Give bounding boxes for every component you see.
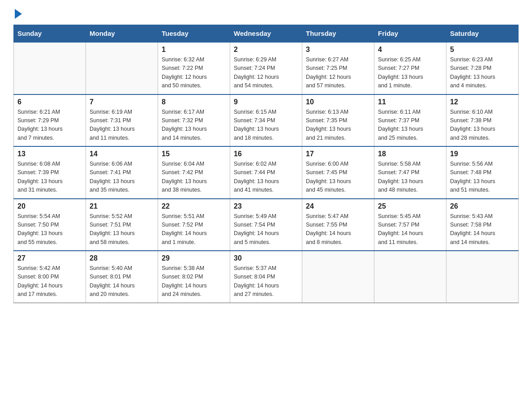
day-info: Sunrise: 6:32 AM Sunset: 7:22 PM Dayligh… <box>162 56 226 90</box>
day-info: Sunrise: 5:56 AM Sunset: 7:48 PM Dayligh… <box>450 160 515 195</box>
calendar-cell: 16Sunrise: 6:02 AM Sunset: 7:44 PM Dayli… <box>230 146 302 199</box>
calendar-cell <box>86 42 158 94</box>
day-info: Sunrise: 5:40 AM Sunset: 8:01 PM Dayligh… <box>90 264 154 299</box>
day-number: 7 <box>90 98 154 106</box>
day-of-week-header: Tuesday <box>158 25 230 43</box>
day-info: Sunrise: 6:02 AM Sunset: 7:44 PM Dayligh… <box>234 160 298 195</box>
calendar-cell: 9Sunrise: 6:15 AM Sunset: 7:34 PM Daylig… <box>230 94 302 147</box>
day-number: 29 <box>162 254 226 262</box>
day-info: Sunrise: 5:49 AM Sunset: 7:54 PM Dayligh… <box>234 212 298 247</box>
calendar-cell: 4Sunrise: 6:25 AM Sunset: 7:27 PM Daylig… <box>374 42 446 94</box>
day-of-week-header: Monday <box>86 25 158 43</box>
day-info: Sunrise: 6:11 AM Sunset: 7:37 PM Dayligh… <box>378 108 442 143</box>
day-number: 11 <box>378 98 442 106</box>
calendar-cell: 21Sunrise: 5:52 AM Sunset: 7:51 PM Dayli… <box>86 199 158 251</box>
calendar-week-row: 20Sunrise: 5:54 AM Sunset: 7:50 PM Dayli… <box>14 199 519 251</box>
calendar-cell: 17Sunrise: 6:00 AM Sunset: 7:45 PM Dayli… <box>302 146 374 199</box>
calendar-cell: 6Sunrise: 6:21 AM Sunset: 7:29 PM Daylig… <box>14 94 86 147</box>
day-info: Sunrise: 6:13 AM Sunset: 7:35 PM Dayligh… <box>306 108 370 143</box>
day-info: Sunrise: 5:58 AM Sunset: 7:47 PM Dayligh… <box>378 160 442 195</box>
calendar-cell: 2Sunrise: 6:29 AM Sunset: 7:24 PM Daylig… <box>230 42 302 94</box>
calendar-cell <box>302 251 374 303</box>
day-info: Sunrise: 6:27 AM Sunset: 7:25 PM Dayligh… <box>306 56 370 90</box>
day-of-week-header: Thursday <box>302 25 374 43</box>
day-info: Sunrise: 5:42 AM Sunset: 8:00 PM Dayligh… <box>17 264 82 299</box>
day-of-week-header: Wednesday <box>230 25 302 43</box>
day-number: 4 <box>378 46 442 54</box>
day-number: 13 <box>17 150 82 158</box>
day-info: Sunrise: 6:19 AM Sunset: 7:31 PM Dayligh… <box>90 108 154 143</box>
calendar-cell: 22Sunrise: 5:51 AM Sunset: 7:52 PM Dayli… <box>158 199 230 251</box>
day-number: 19 <box>450 150 515 158</box>
calendar-cell: 18Sunrise: 5:58 AM Sunset: 7:47 PM Dayli… <box>374 146 446 199</box>
day-number: 12 <box>450 98 515 106</box>
day-of-week-header: Sunday <box>14 25 86 43</box>
day-info: Sunrise: 6:04 AM Sunset: 7:42 PM Dayligh… <box>162 160 226 195</box>
calendar-cell: 13Sunrise: 6:08 AM Sunset: 7:39 PM Dayli… <box>14 146 86 199</box>
day-info: Sunrise: 6:10 AM Sunset: 7:38 PM Dayligh… <box>450 108 515 143</box>
calendar-cell: 30Sunrise: 5:37 AM Sunset: 8:04 PM Dayli… <box>230 251 302 303</box>
day-info: Sunrise: 6:25 AM Sunset: 7:27 PM Dayligh… <box>378 56 442 90</box>
day-number: 27 <box>17 254 82 262</box>
day-number: 6 <box>17 98 82 106</box>
day-info: Sunrise: 6:15 AM Sunset: 7:34 PM Dayligh… <box>234 108 298 143</box>
calendar-cell: 27Sunrise: 5:42 AM Sunset: 8:00 PM Dayli… <box>14 251 86 303</box>
day-of-week-header: Saturday <box>446 25 519 43</box>
day-info: Sunrise: 5:47 AM Sunset: 7:55 PM Dayligh… <box>306 212 370 247</box>
day-info: Sunrise: 6:21 AM Sunset: 7:29 PM Dayligh… <box>17 108 82 143</box>
calendar-cell <box>374 251 446 303</box>
page-header <box>13 9 519 17</box>
calendar-cell: 11Sunrise: 6:11 AM Sunset: 7:37 PM Dayli… <box>374 94 446 147</box>
calendar-cell: 28Sunrise: 5:40 AM Sunset: 8:01 PM Dayli… <box>86 251 158 303</box>
day-info: Sunrise: 6:29 AM Sunset: 7:24 PM Dayligh… <box>234 56 298 90</box>
calendar-cell: 15Sunrise: 6:04 AM Sunset: 7:42 PM Dayli… <box>158 146 230 199</box>
day-info: Sunrise: 5:54 AM Sunset: 7:50 PM Dayligh… <box>17 212 82 247</box>
day-number: 25 <box>378 202 442 210</box>
calendar-cell: 8Sunrise: 6:17 AM Sunset: 7:32 PM Daylig… <box>158 94 230 147</box>
day-info: Sunrise: 5:43 AM Sunset: 7:58 PM Dayligh… <box>450 212 515 247</box>
logo-triangle-icon <box>15 9 22 19</box>
calendar-cell: 29Sunrise: 5:38 AM Sunset: 8:02 PM Dayli… <box>158 251 230 303</box>
day-number: 18 <box>378 150 442 158</box>
calendar-cell <box>14 42 86 94</box>
day-info: Sunrise: 5:51 AM Sunset: 7:52 PM Dayligh… <box>162 212 226 247</box>
calendar-cell: 3Sunrise: 6:27 AM Sunset: 7:25 PM Daylig… <box>302 42 374 94</box>
day-info: Sunrise: 6:17 AM Sunset: 7:32 PM Dayligh… <box>162 108 226 143</box>
day-number: 24 <box>306 202 370 210</box>
calendar-cell: 19Sunrise: 5:56 AM Sunset: 7:48 PM Dayli… <box>446 146 519 199</box>
day-number: 3 <box>306 46 370 54</box>
day-info: Sunrise: 5:45 AM Sunset: 7:57 PM Dayligh… <box>378 212 442 247</box>
day-number: 23 <box>234 202 298 210</box>
day-info: Sunrise: 5:38 AM Sunset: 8:02 PM Dayligh… <box>162 264 226 299</box>
logo <box>13 9 22 17</box>
calendar-cell <box>446 251 519 303</box>
day-number: 22 <box>162 202 226 210</box>
day-number: 17 <box>306 150 370 158</box>
calendar-cell: 7Sunrise: 6:19 AM Sunset: 7:31 PM Daylig… <box>86 94 158 147</box>
day-info: Sunrise: 6:00 AM Sunset: 7:45 PM Dayligh… <box>306 160 370 195</box>
day-number: 1 <box>162 46 226 54</box>
day-number: 21 <box>90 202 154 210</box>
day-number: 10 <box>306 98 370 106</box>
day-number: 14 <box>90 150 154 158</box>
calendar-cell: 23Sunrise: 5:49 AM Sunset: 7:54 PM Dayli… <box>230 199 302 251</box>
day-number: 26 <box>450 202 515 210</box>
day-of-week-header: Friday <box>374 25 446 43</box>
calendar-cell: 14Sunrise: 6:06 AM Sunset: 7:41 PM Dayli… <box>86 146 158 199</box>
calendar-cell: 1Sunrise: 6:32 AM Sunset: 7:22 PM Daylig… <box>158 42 230 94</box>
calendar-cell: 26Sunrise: 5:43 AM Sunset: 7:58 PM Dayli… <box>446 199 519 251</box>
day-number: 8 <box>162 98 226 106</box>
calendar-table: SundayMondayTuesdayWednesdayThursdayFrid… <box>13 25 519 303</box>
calendar-week-row: 13Sunrise: 6:08 AM Sunset: 7:39 PM Dayli… <box>14 146 519 199</box>
day-info: Sunrise: 6:23 AM Sunset: 7:28 PM Dayligh… <box>450 56 515 90</box>
calendar-week-row: 1Sunrise: 6:32 AM Sunset: 7:22 PM Daylig… <box>14 42 519 94</box>
day-info: Sunrise: 6:06 AM Sunset: 7:41 PM Dayligh… <box>90 160 154 195</box>
day-number: 20 <box>17 202 82 210</box>
calendar-cell: 25Sunrise: 5:45 AM Sunset: 7:57 PM Dayli… <box>374 199 446 251</box>
calendar-cell: 20Sunrise: 5:54 AM Sunset: 7:50 PM Dayli… <box>14 199 86 251</box>
calendar-cell: 24Sunrise: 5:47 AM Sunset: 7:55 PM Dayli… <box>302 199 374 251</box>
day-number: 9 <box>234 98 298 106</box>
day-number: 30 <box>234 254 298 262</box>
calendar-header-row: SundayMondayTuesdayWednesdayThursdayFrid… <box>14 25 519 43</box>
day-number: 5 <box>450 46 515 54</box>
